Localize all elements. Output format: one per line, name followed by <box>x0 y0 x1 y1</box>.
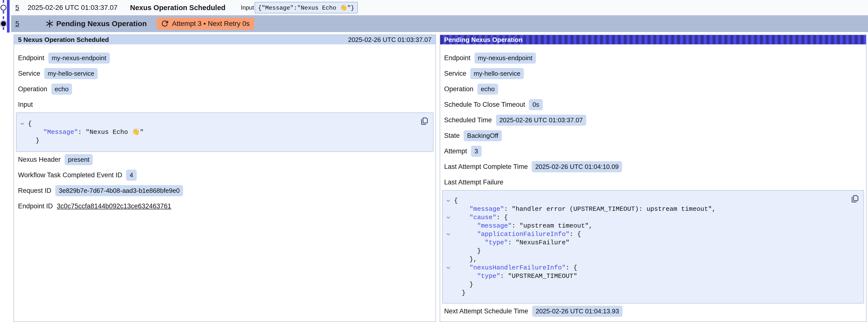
json-text: } <box>454 247 481 255</box>
field-label: State <box>444 132 460 139</box>
detail-field-row: StateBackingOff <box>440 128 866 143</box>
field-value-chip: my-hello-service <box>44 68 98 79</box>
json-text: } <box>454 289 466 297</box>
detail-field-row: Workflow Task Completed Event ID4 <box>14 167 435 183</box>
field-value-chip: 3e829b7e-7d67-4b08-aad3-b1e868bfe9e0 <box>55 185 183 196</box>
detail-field-row: Scheduled Time2025-02-26 UTC 01:03:37.07 <box>440 112 866 128</box>
field-value-chip: 0s <box>529 99 542 110</box>
json-text: { <box>28 120 32 128</box>
json-line: "cause": { <box>443 213 864 222</box>
json-code-block: { "message": "handler error (UPSTREAM_TI… <box>442 190 864 303</box>
history-row-pending[interactable]: 5 Pending Nexus Operation Attempt 3 • Ne… <box>11 15 868 32</box>
section-label: Input <box>14 97 435 112</box>
field-value-chip: my-hello-service <box>470 68 524 79</box>
field-label: Workflow Task Completed Event ID <box>18 171 122 179</box>
event-timestamp: 2025-02-26 UTC 01:03:37.07 <box>28 4 118 11</box>
json-line: "type": "NexusFailure" <box>443 238 864 247</box>
history-row-scheduled[interactable]: 5 2025-02-26 UTC 01:03:37.07 Nexus Opera… <box>11 0 868 15</box>
chevron-down-icon[interactable] <box>17 121 28 126</box>
detail-field-row: Last Attempt Complete Time2025-02-26 UTC… <box>440 159 866 174</box>
pending-operation-title: Pending Nexus Operation <box>444 36 523 44</box>
event-detail-title: 5 Nexus Operation Scheduled <box>18 36 109 44</box>
copy-button[interactable] <box>420 116 429 127</box>
input-inline-value: {"Message":"Nexus Echo 👋"} <box>255 2 358 13</box>
pending-event-name: Pending Nexus Operation <box>56 20 147 28</box>
field-value-link[interactable]: 3c0c75ccfa8144b092c13ce632463761 <box>57 202 171 210</box>
json-text: "cause": { <box>454 213 508 222</box>
detail-field-row: Operationecho <box>440 82 866 97</box>
detail-field-row: Next Attempt Schedule Time2025-02-26 UTC… <box>440 303 866 319</box>
detail-field-row: Request ID3e829b7e-7d67-4b08-aad3-b1e868… <box>14 183 435 198</box>
chevron-down-icon[interactable] <box>443 198 454 203</box>
field-value-chip: my-nexus-endpoint <box>474 53 536 64</box>
detail-field-row: Servicemy-hello-service <box>440 66 866 82</box>
json-line: "nexusHandlerFailureInfo": { <box>443 264 864 272</box>
field-label: Schedule To Close Timeout <box>444 101 525 108</box>
json-text: "nexusHandlerFailureInfo": { <box>454 264 577 272</box>
event-id-link[interactable]: 5 <box>15 20 19 28</box>
json-line: "Message": "Nexus Echo 👋" <box>17 128 433 136</box>
json-line: } <box>443 280 864 289</box>
detail-field-row: Endpointmy-nexus-endpoint <box>14 50 435 66</box>
chevron-down-icon[interactable] <box>443 232 454 237</box>
workflow-history-page: { "colors": { "accent_indigo": "#4b46e0"… <box>0 0 868 322</box>
field-value-chip: my-nexus-endpoint <box>49 53 110 64</box>
json-text: "message": "handler error (UPSTREAM_TIME… <box>454 205 716 213</box>
field-label: Nexus Header <box>18 156 61 163</box>
field-label: Endpoint <box>444 54 470 62</box>
json-code-block: { "Message": "Nexus Echo 👋" } <box>16 112 434 152</box>
field-label: Next Attempt Schedule Time <box>444 308 528 315</box>
field-value-chip: 2025-02-26 UTC 01:04:13.93 <box>532 306 622 317</box>
pending-operation-content: Endpointmy-nexus-endpointServicemy-hello… <box>440 44 866 319</box>
event-id-link[interactable]: 5 <box>15 4 19 11</box>
field-label: Request ID <box>18 187 51 195</box>
field-label: Service <box>444 70 466 77</box>
json-line: { <box>17 120 433 128</box>
detail-field-row: Endpointmy-nexus-endpoint <box>440 50 866 66</box>
detail-field-row: Endpoint ID3c0c75ccfa8144b092c13ce632463… <box>14 198 435 214</box>
field-label: Attempt <box>444 148 467 155</box>
attempt-retry-badge: Attempt 3 • Next Retry 0s <box>157 18 254 30</box>
json-text: } <box>28 136 39 145</box>
json-text: }, <box>454 255 477 264</box>
copy-button[interactable] <box>850 194 860 205</box>
retry-icon <box>161 20 168 27</box>
field-value-chip: 2025-02-26 UTC 01:03:37.07 <box>496 115 586 126</box>
detail-field-row: Attempt3 <box>440 143 866 159</box>
attempt-badge-text: Attempt 3 • Next Retry 0s <box>172 20 250 28</box>
detail-field-row: Operationecho <box>14 82 435 97</box>
json-line: "type": "UPSTREAM_TIMEOUT" <box>443 272 864 280</box>
event-detail-content: Endpointmy-nexus-endpointServicemy-hello… <box>14 44 435 214</box>
json-line: { <box>443 196 864 205</box>
chevron-down-icon[interactable] <box>443 215 454 220</box>
filled-circle-icon <box>1 21 6 26</box>
detail-field-row: Schedule To Close Timeout0s <box>440 97 866 112</box>
section-label: Last Attempt Failure <box>440 174 866 190</box>
json-line: }, <box>443 255 864 264</box>
field-value-chip: 4 <box>126 170 136 181</box>
json-line: "message": "upstream timeout", <box>443 222 864 230</box>
json-text: } <box>454 280 473 289</box>
pending-operation-header: Pending Nexus Operation <box>440 35 866 44</box>
field-value-chip: echo <box>477 84 498 95</box>
chevron-down-icon[interactable] <box>443 265 454 270</box>
field-value-chip: BackingOff <box>464 130 502 141</box>
json-line: "message": "handler error (UPSTREAM_TIME… <box>443 205 864 213</box>
json-text: "type": "NexusFailure" <box>454 238 569 247</box>
json-text: "type": "UPSTREAM_TIMEOUT" <box>454 272 577 280</box>
event-detail-header: 5 Nexus Operation Scheduled 2025-02-26 U… <box>14 35 435 44</box>
json-line: } <box>443 247 864 255</box>
json-text: "Message": "Nexus Echo 👋" <box>28 128 144 136</box>
field-value-chip: 3 <box>471 146 482 157</box>
pending-asterisk-icon <box>45 19 54 28</box>
event-name: Nexus Operation Scheduled <box>130 4 225 12</box>
field-label: Service <box>18 70 40 77</box>
hollow-circle-icon <box>0 5 6 10</box>
event-detail-time: 2025-02-26 UTC 01:03:37.07 <box>348 36 432 44</box>
field-label: Operation <box>18 85 48 93</box>
field-label: Operation <box>444 85 473 93</box>
json-text: "applicationFailureInfo": { <box>454 230 581 238</box>
field-label: Endpoint ID <box>18 202 53 210</box>
field-label: Endpoint <box>18 54 44 62</box>
detail-field-row: Servicemy-hello-service <box>14 66 435 82</box>
